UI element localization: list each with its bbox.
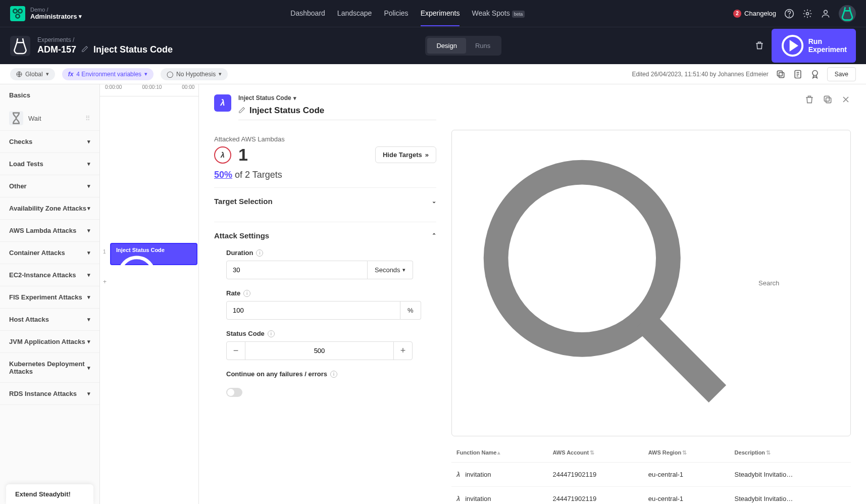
org-parent: Demo / [30, 7, 82, 13]
rate-input[interactable] [226, 301, 400, 320]
pencil-icon[interactable] [81, 45, 88, 54]
search-input-wrapper [451, 130, 851, 436]
continue-toggle[interactable] [226, 388, 242, 397]
col-function-name[interactable]: Function Name▴ [451, 443, 547, 463]
env-vars-button[interactable]: fx 4 Environment variables ▾ [62, 68, 154, 80]
pct-total: of 2 Targets [232, 170, 282, 180]
changelog-link[interactable]: 2 Changelog [733, 10, 776, 18]
lambda-icon: λ [456, 495, 460, 502]
gear-icon[interactable] [802, 9, 812, 19]
timeline-step-inject-status[interactable]: Inject Status Code 30s ⊕ 1/2 (50 %) [110, 243, 197, 265]
svg-point-1 [18, 9, 22, 13]
svg-point-6 [824, 10, 828, 14]
org-selector[interactable]: Demo / Administrators▾ [30, 7, 82, 20]
trash-icon[interactable] [754, 40, 765, 51]
col-description[interactable]: Description⇅ [730, 443, 851, 463]
logo [10, 6, 25, 21]
breadcrumb[interactable]: Experiments / [37, 36, 173, 43]
svg-point-4 [789, 16, 790, 16]
svg-point-0 [13, 9, 17, 13]
run-experiment-button[interactable]: Run Experiment [772, 29, 856, 63]
extend-steadybit-button[interactable]: Extend Steadybit! [6, 484, 93, 504]
env-selector[interactable]: Global ▾ [10, 68, 55, 80]
info-icon[interactable]: i [243, 290, 250, 297]
hourglass-icon [9, 111, 23, 125]
svg-point-2 [16, 14, 20, 18]
nav-experiments[interactable]: Experiments [421, 1, 460, 26]
sidebar-ec2-attacks[interactable]: EC2-Instance Attacks▾ [0, 264, 99, 286]
stepper-plus-button[interactable]: + [394, 342, 412, 360]
sidebar-lambda-attacks[interactable]: AWS Lambda Attacks▾ [0, 220, 99, 242]
search-input[interactable] [758, 279, 843, 287]
col-aws-region[interactable]: AWS Region⇅ [643, 443, 730, 463]
drag-handle-icon: ⠿ [85, 115, 90, 122]
rate-label: Rate [226, 289, 240, 297]
hide-targets-button[interactable]: Hide Targets » [375, 146, 436, 163]
hypothesis-button[interactable]: ◯ No Hypothesis ▾ [161, 68, 228, 80]
status-code-label: Status Code [226, 330, 265, 337]
badge-icon[interactable] [810, 69, 820, 79]
step-title: Inject Status Code [249, 106, 324, 116]
copy-icon[interactable] [776, 69, 786, 79]
save-button[interactable]: Save [827, 67, 856, 81]
add-track-button[interactable]: + [103, 278, 107, 285]
sidebar-az-attacks[interactable]: Availability Zone Attacks▾ [0, 197, 99, 220]
close-icon[interactable] [841, 94, 851, 105]
sidebar-rds-attacks[interactable]: RDS Instance Attacks▾ [0, 383, 99, 405]
stepper-minus-button[interactable]: − [227, 342, 245, 360]
document-icon[interactable] [793, 69, 803, 79]
svg-rect-14 [826, 98, 831, 103]
duration-unit-select[interactable]: Seconds▾ [368, 261, 413, 279]
user-icon[interactable] [821, 9, 831, 19]
tab-design[interactable]: Design [427, 38, 466, 54]
trash-icon[interactable] [804, 94, 814, 105]
nav-dashboard[interactable]: Dashboard [290, 1, 325, 26]
table-row[interactable]: λinvitation 244471902119 eu-central-1 St… [451, 487, 851, 505]
avatar[interactable] [839, 5, 856, 22]
target-selection-header[interactable]: Target Selection ⌄ [214, 187, 436, 215]
info-icon[interactable]: i [330, 371, 337, 378]
nav-landscape[interactable]: Landscape [337, 1, 372, 26]
nav-policies[interactable]: Policies [384, 1, 408, 26]
edited-info: Edited 26/04/2023, 11:51:40 by Johannes … [632, 71, 768, 78]
pct-link[interactable]: 50% [214, 170, 232, 180]
sidebar-basics-header[interactable]: Basics [0, 84, 99, 106]
chevron-down-icon: ⌄ [432, 198, 436, 205]
duration-input[interactable] [226, 261, 368, 279]
timeline-ruler: 0:00:00 00:00:10 00:00 [100, 84, 198, 96]
col-aws-account[interactable]: AWS Account⇅ [547, 443, 643, 463]
tab-runs[interactable]: Runs [466, 38, 499, 54]
experiment-id: ADM-157 [37, 44, 76, 55]
pencil-icon[interactable] [238, 107, 245, 115]
rate-unit: % [400, 301, 421, 320]
table-row[interactable]: λinvitation 244471902119 eu-central-1 St… [451, 463, 851, 487]
sidebar-host-attacks[interactable]: Host Attacks▾ [0, 309, 99, 331]
status-code-input[interactable] [245, 342, 394, 360]
org-name: Administrators [30, 13, 77, 20]
track-number: 1 [103, 249, 106, 255]
continue-label: Continue on any failures / errors [226, 370, 327, 378]
beta-badge: beta [512, 11, 525, 18]
nav-weakspots[interactable]: Weak Spotsbeta [472, 1, 525, 26]
sidebar-fis-attacks[interactable]: FIS Experiment Attacks▾ [0, 286, 99, 309]
view-toggle: Design Runs [425, 36, 501, 56]
sidebar-container-attacks[interactable]: Container Attacks▾ [0, 242, 99, 264]
sidebar-k8s-attacks[interactable]: Kubernetes Deployment Attacks▾ [0, 353, 99, 383]
svg-rect-9 [779, 72, 784, 77]
lambda-icon: λ [214, 94, 231, 112]
info-icon[interactable]: i [268, 330, 275, 337]
sidebar-item-wait[interactable]: Wait ⠿ [0, 106, 99, 131]
sidebar-jvm-attacks[interactable]: JVM Application Attacks▾ [0, 331, 99, 353]
experiment-name: Inject Status Code [93, 44, 173, 55]
chevron-up-icon: ⌃ [432, 232, 436, 239]
info-icon[interactable]: i [256, 249, 263, 257]
attacked-label: Attacked AWS Lambdas [214, 135, 436, 143]
sidebar-checks[interactable]: Checks▾ [0, 131, 99, 153]
help-icon[interactable] [784, 9, 794, 19]
sidebar-loadtests[interactable]: Load Tests▾ [0, 153, 99, 175]
target-count: 1 [238, 145, 248, 165]
step-breadcrumb[interactable]: Inject Status Code ▾ [238, 94, 436, 102]
attack-settings-header[interactable]: Attack Settings ⌃ [214, 222, 436, 249]
sidebar-other[interactable]: Other▾ [0, 175, 99, 197]
copy-icon[interactable] [823, 94, 833, 105]
